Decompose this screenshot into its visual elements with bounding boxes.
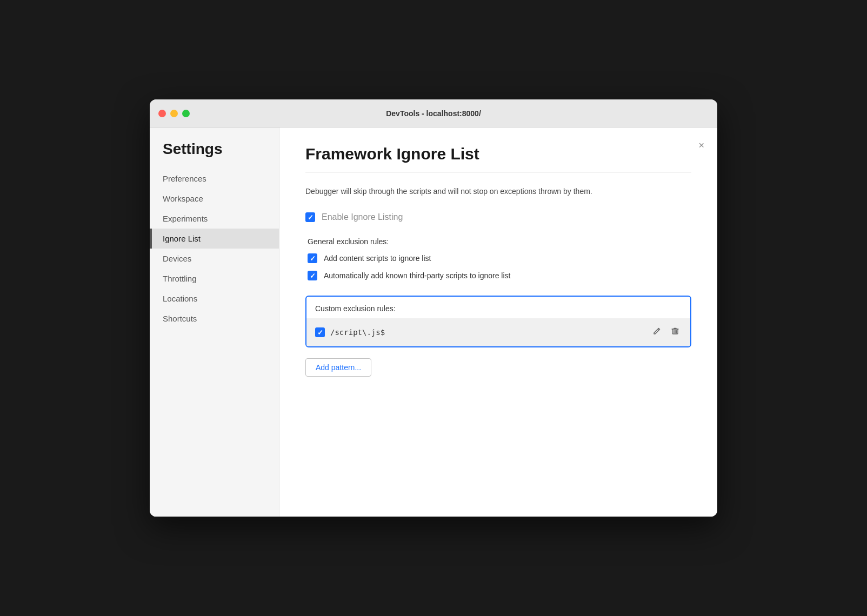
window-title: DevTools - localhost:8000/ xyxy=(386,109,481,118)
add-pattern-button[interactable]: Add pattern... xyxy=(305,358,371,377)
close-button[interactable]: × xyxy=(698,140,704,150)
third-party-scripts-checkbox[interactable] xyxy=(308,271,317,280)
main-content: × Framework Ignore List Debugger will sk… xyxy=(279,128,717,517)
svg-rect-2 xyxy=(676,330,677,333)
delete-pattern-button[interactable] xyxy=(669,325,682,340)
pattern-checkbox[interactable] xyxy=(315,327,325,337)
sidebar-item-devices[interactable]: Devices xyxy=(150,249,279,269)
sidebar-item-shortcuts[interactable]: Shortcuts xyxy=(150,309,279,329)
maximize-traffic-light[interactable] xyxy=(182,110,190,117)
custom-exclusion-header: Custom exclusion rules: xyxy=(306,297,690,318)
enable-ignore-listing-row: Enable Ignore Listing xyxy=(305,212,691,222)
edit-pattern-button[interactable] xyxy=(650,325,663,340)
sidebar-item-locations[interactable]: Locations xyxy=(150,289,279,309)
content-scripts-rule-row: Add content scripts to ignore list xyxy=(305,253,691,263)
enable-ignore-listing-label: Enable Ignore Listing xyxy=(322,212,403,222)
close-traffic-light[interactable] xyxy=(158,110,166,117)
minimize-traffic-light[interactable] xyxy=(170,110,178,117)
description: Debugger will skip through the scripts a… xyxy=(305,185,673,197)
trash-icon xyxy=(671,328,679,337)
devtools-window: DevTools - localhost:8000/ Settings Pref… xyxy=(150,99,717,517)
divider xyxy=(305,172,691,172)
content-scripts-checkbox[interactable] xyxy=(308,253,317,263)
enable-ignore-listing-checkbox[interactable] xyxy=(305,212,315,222)
page-title: Framework Ignore List xyxy=(305,145,691,163)
pattern-value: /script\.js$ xyxy=(330,328,645,337)
window-body: Settings Preferences Workspace Experimen… xyxy=(150,128,717,517)
general-rules-label: General exclusion rules: xyxy=(305,237,691,246)
svg-rect-0 xyxy=(673,330,675,333)
sidebar-item-throttling[interactable]: Throttling xyxy=(150,269,279,289)
svg-rect-1 xyxy=(675,330,676,333)
title-bar: DevTools - localhost:8000/ xyxy=(150,99,717,128)
sidebar-item-workspace[interactable]: Workspace xyxy=(150,189,279,209)
sidebar-title: Settings xyxy=(150,140,279,169)
third-party-scripts-label: Automatically add known third-party scri… xyxy=(324,271,510,280)
sidebar-item-experiments[interactable]: Experiments xyxy=(150,209,279,229)
content-scripts-label: Add content scripts to ignore list xyxy=(324,254,431,263)
general-rules-section: General exclusion rules: Add content scr… xyxy=(305,237,691,280)
sidebar-item-preferences[interactable]: Preferences xyxy=(150,169,279,189)
sidebar: Settings Preferences Workspace Experimen… xyxy=(150,128,279,517)
custom-exclusion-box: Custom exclusion rules: /script\.js$ xyxy=(305,296,691,347)
traffic-lights xyxy=(158,110,190,117)
pencil-icon xyxy=(652,328,661,337)
third-party-scripts-rule-row: Automatically add known third-party scri… xyxy=(305,271,691,280)
custom-exclusion-rule-row: /script\.js$ xyxy=(306,318,690,346)
sidebar-item-ignore-list[interactable]: Ignore List xyxy=(150,229,279,249)
